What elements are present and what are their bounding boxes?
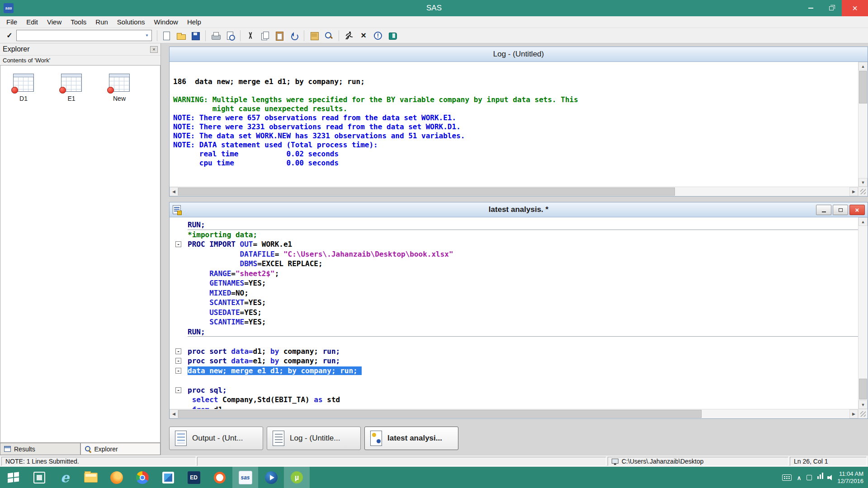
tab-label: Explorer [94, 446, 118, 453]
restore-icon [829, 6, 834, 10]
log-vscroll-track[interactable] [859, 70, 868, 178]
submit-button[interactable] [342, 29, 356, 42]
editor-vertical-scrollbar[interactable] [858, 217, 868, 409]
store-icon[interactable] [26, 467, 52, 488]
taskbar-clock[interactable]: 11:04 AM 12/7/2016 [837, 470, 863, 485]
menu-item-solutions[interactable]: Solutions [113, 17, 150, 27]
editor-resize-grip[interactable] [858, 409, 868, 418]
open-button[interactable] [174, 29, 188, 42]
command-check-button[interactable] [3, 29, 16, 42]
cut-button[interactable] [244, 29, 257, 42]
editor-close-button[interactable] [849, 205, 865, 215]
log-vscroll-thumb[interactable] [859, 71, 867, 103]
firefox-icon[interactable] [104, 467, 129, 488]
editor-restore-button[interactable] [833, 205, 848, 215]
log-resize-grip[interactable] [858, 187, 868, 196]
log-title-bar[interactable]: Log - (Untitled) [170, 47, 868, 62]
menu-item-help[interactable]: Help [183, 17, 206, 27]
editor-hscroll-thumb[interactable] [178, 410, 702, 418]
close-button[interactable] [842, 0, 868, 16]
dataset-item-d1[interactable]: D1 [6, 74, 41, 102]
collapse-icon[interactable] [175, 368, 181, 374]
scroll-right-icon[interactable] [849, 187, 858, 196]
maximize-button[interactable] [821, 0, 842, 16]
submit-icon [344, 31, 354, 41]
command-bar[interactable] [16, 30, 152, 41]
menu-item-view[interactable]: View [42, 17, 66, 27]
gom-player-icon[interactable] [207, 467, 232, 488]
scroll-down-icon[interactable] [859, 178, 868, 187]
help-button[interactable] [386, 29, 399, 42]
window-button-log[interactable]: Log - (Untitle... [267, 427, 361, 450]
log-vertical-scrollbar[interactable] [858, 62, 868, 187]
menu-item-edit[interactable]: Edit [22, 17, 42, 27]
editor-horizontal-scrollbar[interactable] [170, 409, 858, 418]
tab-explorer[interactable]: Explorer [80, 443, 161, 455]
editor-vscroll-thumb[interactable] [859, 379, 867, 399]
log-icon [272, 430, 285, 447]
file-explorer-icon[interactable] [78, 467, 104, 488]
tray-app-icon[interactable] [807, 475, 812, 480]
break-button[interactable] [371, 29, 385, 42]
editor-code: MIXED=NO; [188, 288, 858, 298]
editor-minimize-button[interactable] [816, 205, 831, 215]
ie-icon[interactable] [52, 467, 78, 488]
scroll-right-icon[interactable] [849, 409, 858, 418]
clear-button[interactable] [357, 29, 370, 42]
editor-title-bar[interactable]: latest analysis. * [170, 202, 868, 217]
editor-vscroll-track[interactable] [859, 226, 868, 400]
title-bar[interactable]: sas SAS [0, 0, 868, 16]
scroll-up-icon[interactable] [859, 217, 868, 226]
print-preview-button[interactable] [223, 29, 237, 42]
start-button[interactable] [0, 467, 26, 488]
chrome-icon [136, 471, 149, 484]
utorrent-icon[interactable] [284, 467, 310, 488]
collapse-icon[interactable] [175, 348, 181, 354]
menu-item-tools[interactable]: Tools [66, 17, 91, 27]
menu-item-file[interactable]: File [2, 17, 22, 27]
sas-app-icon[interactable] [232, 467, 258, 488]
log-hscroll-thumb[interactable] [178, 188, 675, 196]
ed-app-icon[interactable] [181, 467, 207, 488]
log-horizontal-scrollbar[interactable] [170, 187, 858, 196]
dataset-item-new[interactable]: New [102, 74, 137, 102]
paste-button[interactable] [273, 29, 286, 42]
log-content[interactable]: 186 data new; merge e1 d1; by company; r… [170, 62, 858, 187]
media-player-icon[interactable] [258, 467, 284, 488]
photos-app-icon[interactable] [155, 467, 181, 488]
chevron-up-icon[interactable] [797, 474, 802, 481]
undo-button[interactable] [287, 29, 301, 42]
menu-item-run[interactable]: Run [91, 17, 113, 27]
collapse-icon[interactable] [175, 358, 181, 364]
save-button[interactable] [189, 29, 202, 42]
volume-icon[interactable] [827, 475, 832, 480]
collapse-icon[interactable] [175, 387, 181, 393]
explorer-panel: Explorer Contents of 'Work' D1E1New Resu… [0, 43, 161, 455]
scroll-down-icon[interactable] [859, 400, 868, 409]
dropdown-arrow-icon[interactable] [142, 30, 151, 41]
editor-line: data new; merge e1 d1; by company; run; [170, 366, 858, 376]
window-button-editor[interactable]: latest analysi... [364, 427, 458, 450]
scroll-left-icon[interactable] [170, 409, 178, 418]
log-hscroll-track[interactable] [178, 187, 849, 196]
dataset-item-e1[interactable]: E1 [54, 74, 89, 102]
explorer-toolbar-button[interactable] [322, 29, 335, 42]
window-button-output[interactable]: Output - (Unt... [169, 427, 263, 450]
chrome-icon[interactable] [129, 467, 155, 488]
network-icon[interactable] [817, 476, 819, 479]
keyboard-icon[interactable] [782, 474, 792, 481]
editor-lines[interactable]: RUN;*importing data;PROC IMPORT OUT= WOR… [170, 217, 858, 409]
copy-button[interactable] [258, 29, 272, 42]
explorer-close-icon[interactable] [150, 46, 158, 53]
new-file-button[interactable] [160, 29, 173, 42]
tab-results[interactable]: Results [0, 443, 80, 455]
new-library-button[interactable] [307, 29, 321, 42]
menu-item-window[interactable]: Window [150, 17, 183, 27]
minimize-button[interactable] [800, 0, 821, 16]
scroll-up-icon[interactable] [859, 62, 868, 70]
scroll-left-icon[interactable] [170, 187, 178, 196]
print-button[interactable] [209, 29, 222, 42]
collapse-icon[interactable] [175, 241, 181, 247]
editor-hscroll-track[interactable] [178, 409, 849, 418]
explorer-contents-label: Contents of 'Work' [0, 56, 160, 65]
